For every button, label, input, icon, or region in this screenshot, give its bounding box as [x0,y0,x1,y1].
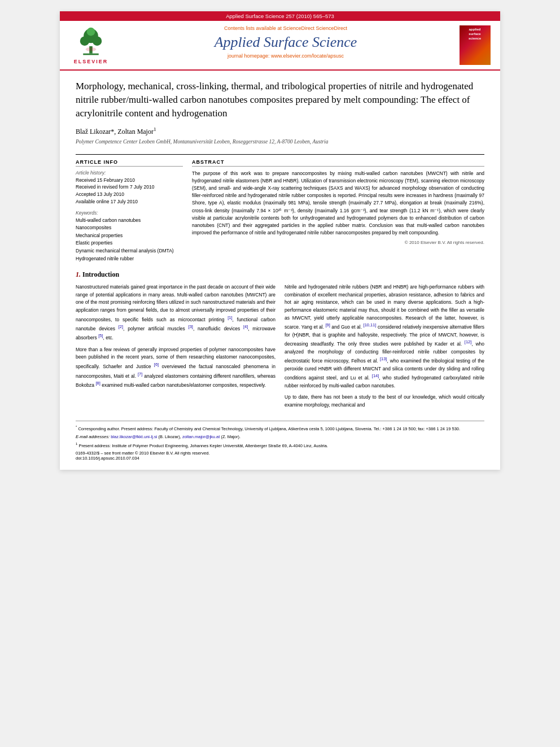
body-col-right: Nitrile and hydrogenated nitrile rubbers… [285,283,484,413]
journal-cover: applied surface science [455,25,495,65]
cover-text: applied surface science [469,28,481,41]
abstract-section: ABSTRACT The purpose of this work was to… [192,159,484,263]
copyright: © 2010 Elsevier B.V. All rights reserved… [192,240,484,245]
journal-title: Applied Surface Science [122,33,449,51]
body-para-1: Nanostructured materials gained great im… [76,283,275,342]
footnote-2: 1 Present address: Institute of Polymer … [76,442,484,449]
article-page: Applied Surface Science 257 (2010) 565–5… [60,11,500,470]
body-para-2: More than a few reviews of generally imp… [76,346,275,389]
article-title: Morphology, mechanical, cross-linking, t… [76,80,484,120]
abstract-title: ABSTRACT [192,159,484,167]
body-para-3: Nitrile and hydrogenated nitrile rubbers… [285,283,484,390]
svg-point-5 [87,27,95,36]
keywords-label: Keywords: [76,210,183,216]
keywords-section: Keywords: Multi-walled carbon nanotubes … [76,210,183,263]
article-content: Morphology, mechanical, cross-linking, t… [60,71,500,470]
affiliation: Polymer Competence Center Leoben GmbH, M… [76,138,484,146]
elsevier-logo: ELSEVIER [65,25,116,65]
svg-point-3 [80,36,90,46]
article-info: ARTICLE INFO Article history: Received 1… [76,159,183,263]
sciencedirect-link: Contents lists available at ScienceDirec… [122,25,449,31]
journal-bar: Applied Surface Science 257 (2010) 565–5… [60,11,500,21]
svg-rect-1 [83,53,99,55]
article-dates: Received 15 February 2010 Received in re… [76,177,183,206]
body-para-4: Up to date, there has not been a study t… [285,394,484,409]
article-info-title: ARTICLE INFO [76,159,183,167]
section-title-intro: 1. Introduction [76,270,484,279]
keywords-list: Multi-walled carbon nanotubes Nanocompos… [76,217,183,263]
svg-point-4 [93,36,102,46]
info-abstract-section: ARTICLE INFO Article history: Received 1… [76,154,484,263]
elsevier-text: ELSEVIER [74,59,108,64]
footnote-email: E-mail addresses: blaz.likozar@fkkt.uni-… [76,434,484,440]
abstract-text: The purpose of this work was to prepare … [192,170,484,237]
svg-point-6 [86,47,96,51]
doi-line: 0169-4332/$ – see front matter © 2010 El… [76,451,484,461]
history-label: Article history: [76,170,183,176]
elsevier-tree-icon [74,27,108,58]
footnote-1: * Corresponding author. Present address:… [76,425,484,432]
journal-homepage-url[interactable]: www.elsevier.com/locate/apsusc [271,53,344,59]
journal-citation: Applied Surface Science 257 (2010) 565–5… [226,13,334,19]
authors: Blaž Likozar*, Zoltan Major1 [76,126,484,136]
footer-section: * Corresponding author. Present address:… [76,421,484,461]
header-section: ELSEVIER Contents lists available at Sci… [60,21,500,71]
journal-homepage: journal homepage: www.elsevier.com/locat… [122,53,449,59]
body-two-col: Nanostructured materials gained great im… [76,283,484,413]
header-center: Contents lists available at ScienceDirec… [116,25,455,65]
body-col-left: Nanostructured materials gained great im… [76,283,275,413]
cover-box: applied surface science [460,25,491,65]
